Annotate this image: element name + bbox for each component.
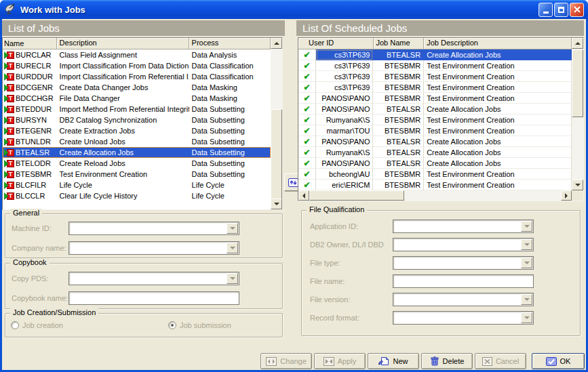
chevron-down-icon	[524, 225, 530, 228]
column-header-job-description[interactable]: Job Description	[424, 38, 572, 49]
scroll-down-icon[interactable]	[572, 180, 583, 190]
combo-field[interactable]	[393, 238, 534, 251]
table-row[interactable]: ✔cs3\TP639BTEALSRCreate Allocation Jobs	[298, 49, 572, 60]
dropdown-button[interactable]	[521, 239, 532, 250]
combo-field[interactable]	[393, 311, 534, 325]
job-name-cell: TBTEGENR	[3, 125, 57, 136]
job-description-cell: Create Allocation Jobs	[424, 49, 572, 60]
text-field[interactable]	[68, 291, 239, 305]
delete-icon	[430, 356, 439, 366]
dropdown-button[interactable]	[521, 221, 532, 232]
dropdown-button[interactable]	[227, 243, 238, 253]
dropdown-button[interactable]	[521, 312, 532, 323]
table-row[interactable]: TBLCFILRLife CycleLife Cycle	[3, 180, 271, 190]
table-row[interactable]: TBDCGENRCreate Data Changer JobsData Mas…	[3, 82, 271, 93]
table-row[interactable]: TBTEGENRCreate Extraction JobsData Subse…	[3, 125, 271, 136]
scheduled-table-hscrollbar[interactable]	[298, 190, 572, 201]
jobs-table: Name Description Process TBURCLARClass F…	[2, 37, 283, 210]
table-row[interactable]: ✔eric\ERICMBTESBMRTest Environment Creat…	[298, 180, 572, 190]
table-row[interactable]: TBURDDURImport Classification From Refer…	[3, 71, 271, 82]
table-row[interactable]: ✔cs3\TP639BTESBMRTest Environment Creati…	[298, 60, 572, 71]
table-row[interactable]: ✔PANOS\PANOBTESBMRTest Environment Creat…	[298, 93, 572, 104]
transfer-icon	[288, 177, 299, 188]
apply-button[interactable]: Apply	[314, 353, 366, 369]
job-submission-radio[interactable]: Job submission	[168, 321, 231, 329]
table-row[interactable]: TBURCLARClass Field AssignmentData Analy…	[3, 49, 271, 60]
minimize-button[interactable]	[538, 3, 553, 17]
combo-field[interactable]	[393, 293, 534, 306]
table-row[interactable]: ✔cs3\TP639BTESBMRTest Environment Creati…	[298, 82, 572, 93]
scheduled-table-vscrollbar[interactable]	[572, 38, 583, 190]
text-field[interactable]	[393, 274, 534, 288]
table-row[interactable]: ✔RumyanaK\SBTEALSRCreate Allocation Jobs	[298, 147, 572, 158]
dropdown-button[interactable]	[521, 257, 532, 268]
combo-field[interactable]	[68, 222, 239, 235]
job-name-cell: BTEALSR	[373, 49, 424, 60]
column-header-process[interactable]: Process	[189, 38, 271, 49]
column-header-job-name[interactable]: Job Name	[374, 38, 425, 49]
combo-field[interactable]	[393, 256, 534, 270]
table-row[interactable]: TBTEDDURImport Method From Referential I…	[3, 104, 271, 115]
scroll-right-icon[interactable]	[561, 190, 572, 201]
table-row[interactable]: TBURECLRImport Classification From Data …	[3, 60, 271, 71]
table-row[interactable]: TBTELODRCreate Reload JobsData Subsettin…	[3, 158, 271, 169]
apply-label: Apply	[338, 357, 357, 365]
job-name-cell: BTESBMR	[373, 93, 424, 104]
scroll-down-icon[interactable]	[271, 199, 282, 209]
close-button[interactable]	[570, 3, 584, 17]
jobs-table-vscrollbar[interactable]	[271, 38, 282, 209]
job-submission-label: Job submission	[180, 321, 231, 329]
column-header-name[interactable]: Name	[3, 38, 57, 49]
field-label: DB2 Owner, DL/I DBD	[310, 241, 384, 249]
table-row[interactable]: ✔PANOS\PANOBTEALSRCreate Allocation Jobs	[298, 104, 572, 115]
chevron-down-icon	[230, 227, 235, 230]
scroll-thumb[interactable]	[271, 109, 282, 199]
table-row[interactable]: ✔PANOS\PANOBTEALSRCreate Allocation Jobs	[298, 136, 572, 147]
job-description-cell: Import Classification From Data Diction.…	[57, 60, 189, 71]
maximize-button[interactable]	[554, 3, 568, 17]
table-row[interactable]: ✔marmar\TOUBTESBMRTest Environment Creat…	[298, 125, 572, 136]
chevron-down-icon	[524, 298, 530, 301]
change-button[interactable]: Change	[260, 353, 312, 369]
table-row[interactable]: ✔RumyanaK\SBTESBMRTest Environment Creat…	[298, 115, 572, 125]
app-icon	[4, 3, 16, 16]
table-row[interactable]: TBDCCHGRFile Data ChangerData Masking	[3, 93, 271, 104]
table-row[interactable]: TBTESBMRTest Environment CreationData Su…	[3, 169, 271, 180]
scroll-up-icon[interactable]	[572, 38, 583, 49]
field-row: Application ID:	[302, 220, 580, 234]
table-row[interactable]: TBLCCLRClear Life Cycle HistoryLife Cycl…	[3, 190, 271, 201]
delete-button[interactable]: Delete	[421, 353, 473, 369]
dropdown-button[interactable]	[227, 273, 238, 284]
green-arrow-icon	[4, 95, 8, 102]
column-header-user-id[interactable]: User ID	[298, 38, 374, 49]
table-row[interactable]: ✔bcheong\AUBTESBMRTest Environment Creat…	[298, 169, 572, 180]
job-creation-radio[interactable]: Job creation	[11, 321, 63, 329]
table-row[interactable]: ✔cs3\TP639BTESBMRTest Environment Creati…	[298, 71, 572, 82]
new-button[interactable]: New	[368, 353, 419, 369]
copybook-group-title: Copybook	[10, 258, 50, 266]
table-row[interactable]: TBTEALSRCreate Allocation JobsData Subse…	[3, 147, 271, 158]
scroll-up-icon[interactable]	[271, 38, 282, 49]
combo-field[interactable]	[393, 220, 534, 233]
table-row[interactable]: TBURSYNDB2 Catalog SynchronizationData S…	[3, 115, 271, 125]
chevron-down-icon	[230, 277, 235, 280]
column-header-description[interactable]: Description	[57, 38, 189, 49]
user-id-cell: cs3\TP639	[316, 60, 374, 71]
new-label: New	[393, 357, 408, 365]
field-row: Company name:	[5, 241, 282, 255]
titlebar[interactable]: Work with Jobs	[0, 0, 588, 19]
job-name-cell: TBTELODR	[3, 158, 57, 169]
scroll-thumb[interactable]	[572, 49, 583, 117]
table-row[interactable]: ✔PANOS\PANOBTEALSRCreate Allocation Jobs	[298, 158, 572, 169]
ok-button[interactable]: OK	[532, 353, 585, 369]
combo-field[interactable]	[68, 241, 239, 255]
cancel-button[interactable]: Cancel	[475, 353, 526, 369]
chevron-down-icon	[524, 262, 530, 264]
table-row[interactable]: TBTUNLDRCreate Unload JobsData Subsettin…	[3, 136, 271, 147]
check-icon: ✔	[298, 115, 316, 125]
dropdown-button[interactable]	[227, 223, 238, 234]
dropdown-button[interactable]	[521, 294, 532, 305]
scroll-left-icon[interactable]	[298, 190, 309, 201]
scroll-thumb[interactable]	[309, 190, 404, 201]
combo-field[interactable]	[68, 272, 239, 285]
